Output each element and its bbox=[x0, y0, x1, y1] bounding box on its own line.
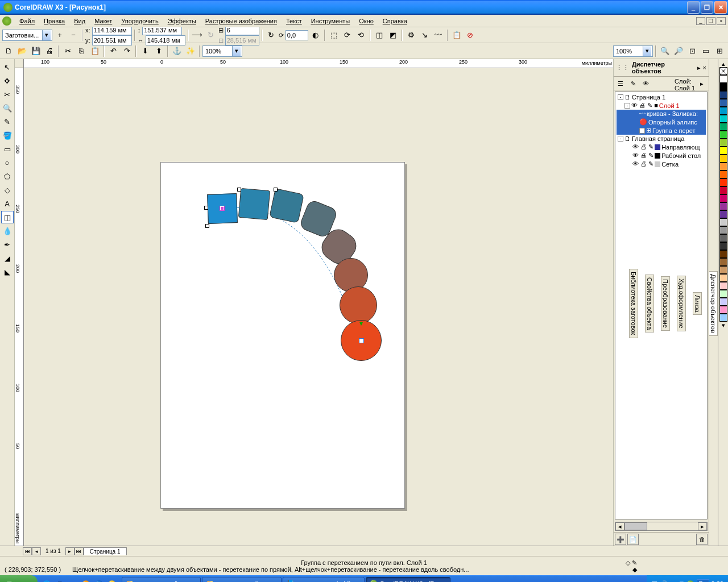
zoom-tool[interactable]: 🔍 bbox=[1, 102, 14, 114]
cw-blend-icon[interactable]: ⟳ bbox=[341, 29, 354, 41]
color-swatch[interactable] bbox=[719, 178, 727, 186]
dock-tab-objprops[interactable]: Свойства объекта bbox=[645, 275, 654, 332]
collapse-icon[interactable]: - bbox=[618, 136, 623, 142]
new-master-icon[interactable]: 📄 bbox=[627, 534, 639, 545]
color-swatch[interactable] bbox=[719, 99, 727, 107]
docker-menu-icon[interactable]: ▸ bbox=[697, 64, 701, 72]
menu-text[interactable]: Текст bbox=[282, 16, 307, 26]
color-swatch[interactable] bbox=[719, 298, 727, 306]
interactive-fill-tool[interactable]: ◣ bbox=[1, 265, 14, 278]
color-swatch[interactable] bbox=[719, 75, 727, 83]
accel-objects-icon[interactable]: ◫ bbox=[373, 29, 386, 41]
import-button[interactable]: ⬇ bbox=[139, 45, 151, 57]
docker-close-icon[interactable]: × bbox=[703, 64, 706, 71]
zoom-combo-right[interactable]: 100% ▾ bbox=[613, 45, 653, 57]
zoom-all-icon[interactable]: ⊞ bbox=[713, 45, 726, 57]
color-swatch[interactable] bbox=[719, 266, 727, 274]
zoom-out-icon[interactable]: 🔎 bbox=[672, 45, 685, 57]
canvas-viewport[interactable]: ▾ bbox=[24, 68, 613, 546]
accel-sizing-icon[interactable]: ◩ bbox=[387, 29, 399, 41]
paste-button[interactable]: 📋 bbox=[89, 45, 101, 57]
zoom-fit-icon[interactable]: ⊡ bbox=[686, 45, 698, 57]
eyedropper-tool[interactable]: 💧 bbox=[1, 225, 14, 237]
menu-layout[interactable]: Макет bbox=[90, 16, 117, 26]
pick-tool[interactable]: ↖ bbox=[1, 61, 14, 73]
palette-up-icon[interactable]: ▴ bbox=[719, 60, 727, 67]
vertical-ruler[interactable]: 350 300 250 200 150 100 50 миллиметры bbox=[15, 68, 24, 546]
color-swatch[interactable] bbox=[719, 171, 727, 178]
color-swatch[interactable] bbox=[719, 194, 727, 202]
zoom-combo[interactable]: 100% ▾ bbox=[202, 45, 242, 57]
print-button[interactable]: 🖨 bbox=[43, 45, 56, 57]
ql-app2-icon[interactable]: 🔵 bbox=[93, 578, 105, 582]
open-button[interactable]: 📂 bbox=[16, 45, 28, 57]
height-input[interactable] bbox=[146, 35, 185, 45]
dock-tab-artistic[interactable]: Худ.оформление bbox=[677, 276, 686, 331]
color-swatch[interactable] bbox=[719, 163, 727, 171]
taskbar-item[interactable]: 📘олень для corl - Micr... bbox=[283, 577, 365, 582]
interactive-blend-tool[interactable]: ◫ bbox=[1, 211, 14, 223]
page-next-icon[interactable]: ▸ bbox=[65, 547, 75, 555]
preset-add-button[interactable]: + bbox=[53, 29, 66, 41]
app-menu-icon[interactable] bbox=[2, 16, 11, 26]
collapse-icon[interactable]: - bbox=[624, 103, 630, 109]
docker-grip-icon[interactable]: ⋮⋮ bbox=[616, 64, 630, 72]
zoom-in-icon[interactable]: 🔍 bbox=[659, 45, 671, 57]
tree-item-group[interactable]: + ⊞ Группа с перет bbox=[617, 126, 706, 135]
ql-ie-icon[interactable]: 🌐 bbox=[41, 578, 52, 582]
zoom-page-icon[interactable]: ▭ bbox=[700, 45, 712, 57]
start-button[interactable]: ⊞пуск bbox=[0, 575, 38, 582]
color-swatch[interactable] bbox=[719, 107, 727, 115]
menu-effects[interactable]: Эффекты bbox=[163, 16, 201, 26]
new-button[interactable]: 🗋 bbox=[2, 45, 15, 57]
menu-file[interactable]: Файл bbox=[15, 16, 39, 26]
color-swatch[interactable] bbox=[719, 226, 727, 234]
ql-app3-icon[interactable]: 🟡 bbox=[106, 578, 118, 582]
undo-button[interactable]: ↶ bbox=[107, 45, 119, 57]
menu-tools[interactable]: Инструменты bbox=[307, 16, 355, 26]
copy-button[interactable]: ⎘ bbox=[75, 45, 88, 57]
tray-icon[interactable]: 🟢 bbox=[686, 580, 694, 583]
app-launcher-button[interactable]: ⚓ bbox=[171, 45, 183, 57]
crop-tool[interactable]: ✂ bbox=[1, 88, 14, 101]
color-swatch[interactable] bbox=[719, 258, 727, 266]
layer-manager-icon[interactable]: 👁 bbox=[640, 78, 651, 89]
ccw-blend-icon[interactable]: ⟲ bbox=[355, 29, 367, 41]
ql-app1-icon[interactable]: 🟠 bbox=[80, 578, 92, 582]
menu-edit[interactable]: Правка bbox=[39, 16, 69, 26]
color-swatch[interactable] bbox=[719, 210, 727, 218]
loop-icon[interactable]: ↻ bbox=[265, 29, 278, 41]
options-icon[interactable]: ▸ bbox=[696, 78, 708, 89]
polygon-tool[interactable]: ⬠ bbox=[1, 170, 14, 182]
selection-handle[interactable] bbox=[237, 188, 241, 192]
page-prev-icon[interactable]: ◂ bbox=[32, 547, 41, 555]
freehand-tool[interactable]: ✎ bbox=[1, 115, 14, 128]
mdi-restore[interactable]: ❐ bbox=[706, 17, 715, 25]
color-swatch[interactable] bbox=[719, 155, 727, 163]
direct-blend-icon[interactable]: ⬚ bbox=[328, 29, 340, 41]
collapse-icon[interactable]: - bbox=[618, 94, 623, 100]
export-button[interactable]: ⬆ bbox=[152, 45, 165, 57]
menu-arrange[interactable]: Упорядочить bbox=[117, 16, 163, 26]
presets-combo[interactable]: Заготовки... ▾ bbox=[2, 30, 52, 41]
color-swatch[interactable] bbox=[719, 306, 727, 314]
color-swatch[interactable] bbox=[719, 115, 727, 123]
show-props-icon[interactable]: ☰ bbox=[615, 78, 626, 89]
color-swatch[interactable] bbox=[719, 234, 727, 242]
minimize-button[interactable]: _ bbox=[687, 1, 700, 14]
mdi-close[interactable]: × bbox=[717, 17, 726, 25]
close-button[interactable]: ✕ bbox=[714, 1, 727, 14]
color-swatch[interactable] bbox=[719, 242, 727, 250]
selection-handle[interactable] bbox=[205, 224, 209, 228]
edit-layers-icon[interactable]: ✎ bbox=[627, 78, 639, 89]
y-input[interactable] bbox=[92, 35, 132, 45]
color-swatch[interactable] bbox=[719, 314, 727, 322]
welcome-button[interactable]: ✨ bbox=[184, 45, 197, 57]
preset-remove-button[interactable]: − bbox=[67, 29, 80, 41]
outline-tool[interactable]: ✒ bbox=[1, 238, 14, 251]
dock-tab-scrapbook[interactable]: Библиотека заготовок bbox=[629, 269, 638, 338]
cut-button[interactable]: ✂ bbox=[61, 45, 74, 57]
selection-handle[interactable] bbox=[204, 206, 208, 210]
horizontal-ruler[interactable]: 100 50 0 50 100 150 200 250 300 миллимет… bbox=[24, 59, 613, 68]
blend-direct-icon[interactable]: ⟶ bbox=[191, 29, 204, 41]
